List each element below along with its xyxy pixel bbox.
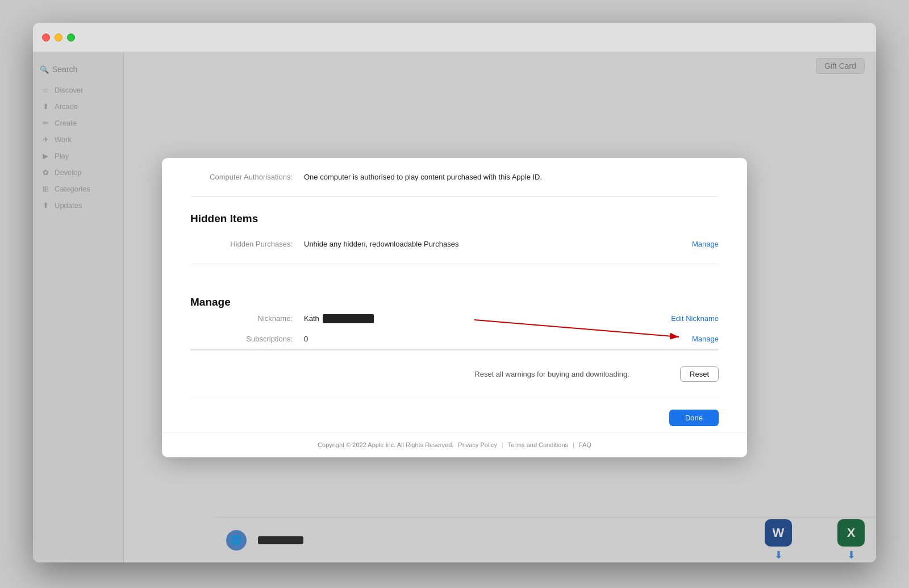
- reset-button[interactable]: Reset: [680, 366, 719, 382]
- modal-footer: Copyright © 2022 Apple Inc. All Rights R…: [162, 432, 747, 457]
- edit-nickname-link[interactable]: Edit Nickname: [671, 314, 719, 323]
- computer-auth-text: One computer is authorised to play conte…: [304, 172, 719, 183]
- subscriptions-row: Subscriptions: 0 Manage: [190, 329, 719, 349]
- maximize-button[interactable]: [67, 34, 75, 41]
- footer-sep2: |: [573, 441, 574, 448]
- titlebar: [33, 23, 876, 52]
- hidden-purchases-manage-link[interactable]: Manage: [692, 240, 719, 248]
- hidden-items-header: Hidden Items: [190, 197, 719, 225]
- hidden-purchases-label: Hidden Purchases:: [190, 239, 304, 248]
- nickname-value: Kath: [304, 314, 374, 323]
- close-button[interactable]: [42, 34, 50, 41]
- manage-section: Manage Nickname: Kath Edit: [190, 264, 719, 351]
- footer-faq-link[interactable]: FAQ: [579, 441, 591, 448]
- reset-row: Reset all warnings for buying and downlo…: [190, 351, 719, 398]
- manage-rows: Nickname: Kath Edit Nickname: [190, 308, 719, 351]
- footer-privacy-link[interactable]: Privacy Policy: [458, 441, 497, 448]
- hidden-items-section: Hidden Items Hidden Purchases: Unhide an…: [190, 197, 719, 264]
- manage-header: Manage: [190, 280, 719, 308]
- footer-sep1: |: [502, 441, 503, 448]
- computer-auth-label: Computer Authorisations:: [190, 172, 304, 181]
- nickname-label: Nickname:: [190, 314, 304, 323]
- app-window: 🔍 Search ☆ Discover ⬆ Arcade ✏ Create ✈ …: [33, 23, 876, 562]
- hidden-purchases-action: Manage: [639, 239, 719, 249]
- done-row: Done: [190, 398, 719, 432]
- nickname-section: Nickname: Kath Edit Nickname: [190, 308, 719, 350]
- footer-terms-link[interactable]: Terms and Conditions: [508, 441, 568, 448]
- modal-overlay: Computer Authorisations: One computer is…: [33, 52, 876, 562]
- done-button[interactable]: Done: [669, 410, 719, 426]
- account-modal: Computer Authorisations: One computer is…: [162, 158, 747, 457]
- nickname-row: Nickname: Kath Edit Nickname: [190, 308, 719, 329]
- subscriptions-value: 0: [304, 335, 308, 343]
- reset-text: Reset all warnings for buying and downlo…: [435, 370, 669, 378]
- subscriptions-manage-link[interactable]: Manage: [692, 335, 719, 343]
- minimize-button[interactable]: [55, 34, 62, 41]
- nickname-redacted-block: [323, 314, 374, 323]
- footer-copyright: Copyright © 2022 Apple Inc. All Rights R…: [318, 441, 453, 448]
- hidden-purchases-text: Unhide any hidden, redownloadable Purcha…: [304, 239, 639, 250]
- subscriptions-label: Subscriptions:: [190, 335, 304, 343]
- hidden-purchases-row: Hidden Purchases: Unhide any hidden, red…: [190, 225, 719, 264]
- computer-auth-row: Computer Authorisations: One computer is…: [190, 158, 719, 197]
- nickname-prefix: Kath: [304, 314, 319, 323]
- modal-body: Computer Authorisations: One computer is…: [162, 158, 747, 432]
